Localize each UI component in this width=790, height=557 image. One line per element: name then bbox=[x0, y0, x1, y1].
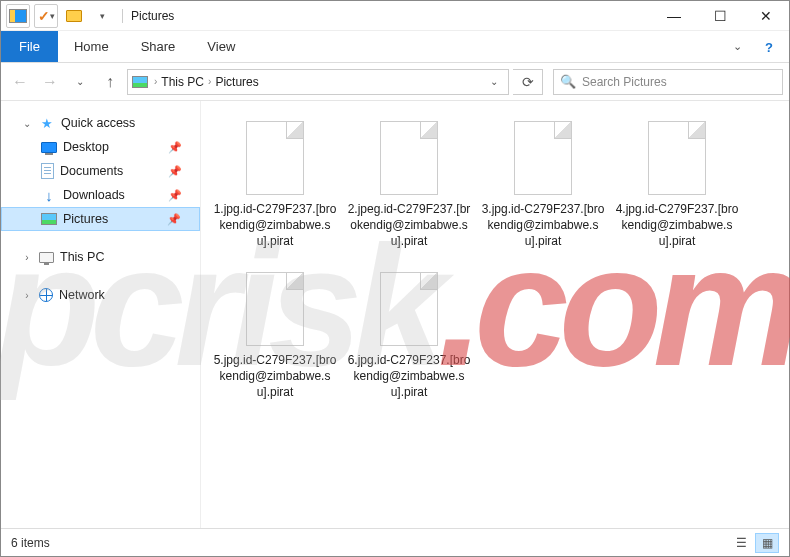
breadcrumb-pictures[interactable]: Pictures bbox=[215, 75, 258, 89]
file-tab[interactable]: File bbox=[1, 31, 58, 62]
address-bar[interactable]: › This PC › Pictures ⌄ bbox=[127, 69, 509, 95]
pin-icon: 📌 bbox=[168, 189, 182, 202]
breadcrumb-separator-icon: › bbox=[154, 76, 157, 87]
file-name: 3.jpg.id-C279F237.[brokendig@zimbabwe.su… bbox=[481, 201, 605, 250]
sidebar-item-downloads[interactable]: ↓ Downloads 📌 bbox=[1, 183, 200, 207]
refresh-button[interactable]: ⟳ bbox=[513, 69, 543, 95]
file-item[interactable]: 6.jpg.id-C279F237.[brokendig@zimbabwe.su… bbox=[345, 266, 473, 407]
back-button[interactable]: ← bbox=[7, 69, 33, 95]
sidebar-quick-access[interactable]: ⌄ ★ Quick access bbox=[1, 111, 200, 135]
chevron-right-icon: › bbox=[21, 252, 33, 263]
minimize-button[interactable]: — bbox=[651, 1, 697, 31]
details-view-button[interactable]: ☰ bbox=[729, 533, 753, 553]
sidebar-label: This PC bbox=[60, 250, 104, 264]
pin-icon: 📌 bbox=[168, 165, 182, 178]
window-title: Pictures bbox=[122, 9, 174, 23]
maximize-button[interactable]: ☐ bbox=[697, 1, 743, 31]
address-dropdown[interactable]: ⌄ bbox=[484, 76, 504, 87]
pin-icon: 📌 bbox=[167, 213, 181, 226]
file-item[interactable]: 3.jpg.id-C279F237.[brokendig@zimbabwe.su… bbox=[479, 115, 607, 256]
sidebar-label: Desktop bbox=[63, 140, 109, 154]
up-button[interactable]: ↑ bbox=[97, 69, 123, 95]
titlebar: ✓▾ ▾ Pictures — ☐ ✕ bbox=[1, 1, 789, 31]
documents-icon bbox=[41, 163, 54, 179]
chevron-down-icon: ⌄ bbox=[21, 118, 33, 129]
desktop-icon bbox=[41, 142, 57, 153]
pc-icon bbox=[39, 252, 54, 263]
search-box[interactable]: 🔍 bbox=[553, 69, 783, 95]
sidebar-this-pc[interactable]: › This PC bbox=[1, 245, 200, 269]
sidebar-item-pictures[interactable]: Pictures 📌 bbox=[1, 207, 200, 231]
sidebar-label: Network bbox=[59, 288, 105, 302]
search-icon: 🔍 bbox=[560, 74, 576, 89]
file-name: 6.jpg.id-C279F237.[brokendig@zimbabwe.su… bbox=[347, 352, 471, 401]
qat-properties-button[interactable]: ✓▾ bbox=[34, 4, 58, 28]
window-controls: — ☐ ✕ bbox=[651, 1, 789, 31]
file-icon bbox=[246, 121, 304, 195]
ribbon: File Home Share View ⌄ ? bbox=[1, 31, 789, 63]
pictures-icon bbox=[41, 213, 57, 225]
sidebar-network[interactable]: › Network bbox=[1, 283, 200, 307]
sidebar-label: Pictures bbox=[63, 212, 108, 226]
tab-home[interactable]: Home bbox=[58, 31, 125, 62]
downloads-icon: ↓ bbox=[41, 187, 57, 203]
tab-share[interactable]: Share bbox=[125, 31, 192, 62]
forward-button[interactable]: → bbox=[37, 69, 63, 95]
sidebar-label: Downloads bbox=[63, 188, 125, 202]
help-button[interactable]: ? bbox=[755, 33, 783, 61]
file-name: 1.jpg.id-C279F237.[brokendig@zimbabwe.su… bbox=[213, 201, 337, 250]
sidebar-item-desktop[interactable]: Desktop 📌 bbox=[1, 135, 200, 159]
navigation-bar: ← → ⌄ ↑ › This PC › Pictures ⌄ ⟳ 🔍 bbox=[1, 63, 789, 101]
ribbon-expand-button[interactable]: ⌄ bbox=[725, 31, 749, 62]
qat-new-folder-button[interactable] bbox=[62, 4, 86, 28]
body: ⌄ ★ Quick access Desktop 📌 Documents 📌 ↓… bbox=[1, 101, 789, 528]
file-name: 4.jpg.id-C279F237.[brokendig@zimbabwe.su… bbox=[615, 201, 739, 250]
file-item[interactable]: 2.jpeg.id-C279F237.[brokendig@zimbabwe.s… bbox=[345, 115, 473, 256]
breadcrumb-separator-icon: › bbox=[208, 76, 211, 87]
pin-icon: 📌 bbox=[168, 141, 182, 154]
file-item[interactable]: 4.jpg.id-C279F237.[brokendig@zimbabwe.su… bbox=[613, 115, 741, 256]
file-icon bbox=[380, 272, 438, 346]
status-bar: 6 items ☰ ▦ bbox=[1, 528, 789, 556]
file-item[interactable]: 5.jpg.id-C279F237.[brokendig@zimbabwe.su… bbox=[211, 266, 339, 407]
large-icons-view-button[interactable]: ▦ bbox=[755, 533, 779, 553]
file-list[interactable]: 1.jpg.id-C279F237.[brokendig@zimbabwe.su… bbox=[201, 101, 789, 528]
tab-view[interactable]: View bbox=[191, 31, 251, 62]
view-switcher: ☰ ▦ bbox=[729, 533, 779, 553]
file-icon bbox=[514, 121, 572, 195]
explorer-window: ✓▾ ▾ Pictures — ☐ ✕ File Home Share View… bbox=[0, 0, 790, 557]
network-icon bbox=[39, 288, 53, 302]
star-icon: ★ bbox=[39, 115, 55, 131]
breadcrumb-this-pc[interactable]: This PC bbox=[161, 75, 204, 89]
file-name: 2.jpeg.id-C279F237.[brokendig@zimbabwe.s… bbox=[347, 201, 471, 250]
explorer-icon[interactable] bbox=[6, 4, 30, 28]
file-icon bbox=[648, 121, 706, 195]
chevron-right-icon: › bbox=[21, 290, 33, 301]
sidebar-item-documents[interactable]: Documents 📌 bbox=[1, 159, 200, 183]
close-button[interactable]: ✕ bbox=[743, 1, 789, 31]
quick-access-toolbar: ✓▾ ▾ bbox=[6, 4, 114, 28]
file-item[interactable]: 1.jpg.id-C279F237.[brokendig@zimbabwe.su… bbox=[211, 115, 339, 256]
recent-locations-dropdown[interactable]: ⌄ bbox=[67, 69, 93, 95]
sidebar-label: Quick access bbox=[61, 116, 135, 130]
item-count: 6 items bbox=[11, 536, 50, 550]
sidebar-label: Documents bbox=[60, 164, 123, 178]
qat-customize-dropdown[interactable]: ▾ bbox=[90, 4, 114, 28]
search-input[interactable] bbox=[582, 75, 776, 89]
file-icon bbox=[380, 121, 438, 195]
navigation-pane: ⌄ ★ Quick access Desktop 📌 Documents 📌 ↓… bbox=[1, 101, 201, 528]
file-icon bbox=[246, 272, 304, 346]
pictures-icon bbox=[132, 76, 148, 88]
file-name: 5.jpg.id-C279F237.[brokendig@zimbabwe.su… bbox=[213, 352, 337, 401]
